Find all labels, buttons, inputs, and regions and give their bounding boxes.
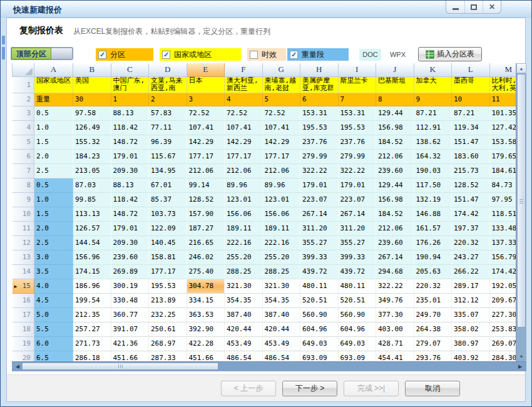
grid-cell[interactable]: 387.40 xyxy=(225,307,263,322)
row-header-13[interactable]: 13 xyxy=(13,250,34,264)
grid-cell[interactable]: 213.05 xyxy=(73,163,111,178)
grid-cell[interactable]: 126.49 xyxy=(73,120,111,135)
grid-cell[interactable]: 101.35 xyxy=(489,106,516,120)
grid-cell[interactable]: 2.0 xyxy=(34,149,73,163)
row-header-16[interactable]: 16 xyxy=(13,293,34,307)
grid-cell[interactable]: 335.07 xyxy=(452,307,490,322)
grid-cell[interactable]: 96.39 xyxy=(149,135,187,149)
horizontal-scrollbar-thumb[interactable] xyxy=(22,363,218,370)
grid-cell[interactable]: 321.30 xyxy=(262,279,300,293)
scroll-left-icon[interactable]: ◀ xyxy=(13,362,22,371)
grid-cell[interactable]: 184.23 xyxy=(73,149,111,163)
grid-cell[interactable]: 289.17 xyxy=(452,279,490,293)
grid-cell[interactable]: 392.90 xyxy=(187,322,225,336)
grid-cell[interactable]: 253.83 xyxy=(489,322,516,336)
grid-cell[interactable]: 480.11 xyxy=(338,279,376,293)
grid-cell[interactable]: 520.51 xyxy=(338,293,376,307)
grid-cell[interactable]: 355.27 xyxy=(338,235,376,250)
grid-cell[interactable]: 156.98 xyxy=(376,192,414,207)
grid-cell[interactable]: 99.14 xyxy=(187,178,225,192)
grid-cell[interactable]: 156.98 xyxy=(376,120,414,135)
grid-cell[interactable]: 227.30 xyxy=(489,307,516,322)
grid-cell[interactable]: 2.0 xyxy=(34,221,73,235)
grid-cell[interactable]: 269.07 xyxy=(489,336,516,351)
grid-cell[interactable]: 271.73 xyxy=(73,336,111,351)
grid-cell[interactable]: 377.30 xyxy=(376,307,414,322)
grid-cell[interactable]: 3.0 xyxy=(34,250,73,264)
grid-cell[interactable]: 189.11 xyxy=(262,221,300,235)
grid-cell[interactable]: 1.0 xyxy=(34,120,73,135)
grid-cell[interactable]: 177.17 xyxy=(187,149,225,163)
grid-cell[interactable]: 321.30 xyxy=(225,279,263,293)
grid-cell[interactable]: 220.32 xyxy=(452,235,490,250)
grid-cell[interactable]: 267.14 xyxy=(338,207,376,221)
grid-cell[interactable]: 380.97 xyxy=(452,336,490,351)
country-cell[interactable]: 日本 xyxy=(187,76,225,93)
grid-cell[interactable]: 138.62 xyxy=(414,135,452,149)
grid-cell[interactable]: 179.01 xyxy=(300,178,339,192)
close-button[interactable]: ✕ xyxy=(483,1,501,13)
weight-header-cell[interactable]: 2 xyxy=(149,93,187,106)
grid-cell[interactable]: 279.99 xyxy=(300,149,339,163)
grid-cell[interactable]: 209.30 xyxy=(111,163,149,178)
grid-cell[interactable]: 179.01 xyxy=(338,178,376,192)
grid-cell[interactable]: 267.14 xyxy=(300,207,339,221)
grid-cell[interactable]: 311.20 xyxy=(338,221,376,235)
partition-checkbox-icon[interactable]: ✓ xyxy=(98,51,106,59)
weight-header-cell[interactable]: 10 xyxy=(452,93,490,106)
grid-cell[interactable]: 148.72 xyxy=(111,135,149,149)
grid-cell[interactable]: 186.96 xyxy=(73,279,111,293)
column-header-F[interactable]: F xyxy=(225,63,263,76)
finish-button[interactable]: 完成 >>| xyxy=(344,381,399,396)
country-cell[interactable]: 国家或地区 xyxy=(34,76,73,93)
grid-cell[interactable]: 216.65 xyxy=(187,235,225,250)
grid-corner-cell[interactable] xyxy=(13,63,34,76)
grid-cell[interactable]: 355.27 xyxy=(300,235,339,250)
grid-cell[interactable]: 4.5 xyxy=(34,293,73,307)
grid-cell[interactable]: 322.22 xyxy=(300,163,339,178)
minimize-button[interactable] xyxy=(446,1,464,13)
vertical-scrollbar-thumb[interactable] xyxy=(517,74,526,327)
column-header-M[interactable]: M xyxy=(489,63,516,76)
row-header-2[interactable]: 2 xyxy=(13,93,34,106)
grid-cell[interactable]: 115.67 xyxy=(149,149,187,163)
top-partition-button[interactable]: 顶部分区 xyxy=(11,47,73,60)
grid-cell[interactable]: 128.52 xyxy=(452,178,490,192)
grid-cell[interactable]: 133.48 xyxy=(489,221,516,235)
row-header-5[interactable]: 5 xyxy=(13,135,34,149)
grid-cell[interactable]: 156.79 xyxy=(489,250,516,264)
grid-cell[interactable]: 128.52 xyxy=(187,192,225,207)
grid-cell[interactable]: 140.45 xyxy=(149,235,187,250)
grid-cell[interactable]: 72.52 xyxy=(225,106,263,120)
top-partition-handle[interactable] xyxy=(51,48,73,59)
grid-cell[interactable]: 286.18 xyxy=(73,351,111,361)
grid-cell[interactable]: 428.71 xyxy=(376,336,414,351)
grid-cell[interactable]: 123.01 xyxy=(262,192,300,207)
grid-cell[interactable]: 279.07 xyxy=(414,336,452,351)
grid-cell[interactable]: 387.40 xyxy=(262,307,300,322)
grid-cell[interactable]: 693.09 xyxy=(338,351,376,361)
row-header-18[interactable]: 18 xyxy=(13,322,34,336)
grid-cell[interactable]: 212.06 xyxy=(262,163,300,178)
grid-cell[interactable]: 0.5 xyxy=(34,178,73,192)
grid-cell[interactable]: 391.07 xyxy=(111,322,149,336)
grid-cell[interactable]: 107.41 xyxy=(187,120,225,135)
grid-cell[interactable]: 122.09 xyxy=(149,221,187,235)
grid-cell[interactable]: 129.44 xyxy=(376,178,414,192)
grid-cell[interactable]: 212.06 xyxy=(376,221,414,235)
grid-cell[interactable]: 156.06 xyxy=(225,207,263,221)
previous-step-button[interactable]: < 上一步 xyxy=(221,381,276,396)
grid-cell[interactable]: 403.00 xyxy=(376,322,414,336)
grid-cell[interactable]: 126.57 xyxy=(73,221,111,235)
grid-cell[interactable]: 153.31 xyxy=(338,106,376,120)
grid-cell[interactable]: 117.50 xyxy=(414,178,452,192)
row-header-17[interactable]: 17 xyxy=(13,307,34,322)
grid-cell[interactable]: 156.06 xyxy=(262,207,300,221)
grid-cell[interactable]: 237.76 xyxy=(300,135,339,149)
grid-cell[interactable]: 453.49 xyxy=(262,336,300,351)
grid-cell[interactable]: 399.33 xyxy=(300,250,339,264)
grid-cell[interactable]: 179.65 xyxy=(489,149,516,163)
next-step-button[interactable]: 下一步 > xyxy=(282,381,337,396)
grid-cell[interactable]: 1.0 xyxy=(34,192,73,207)
grid-cell[interactable]: 127.42 xyxy=(489,120,516,135)
